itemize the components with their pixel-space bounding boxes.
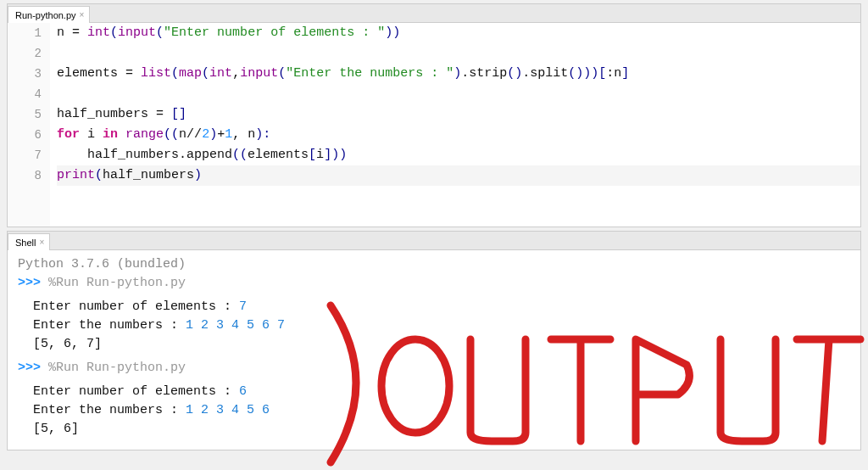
code-line[interactable] — [57, 43, 860, 64]
shell-line: [5, 6] — [18, 420, 850, 439]
line-number: 5 — [8, 104, 42, 125]
shell-line: Enter number of elements : 7 — [18, 298, 850, 316]
shell-line: [5, 6, 7] — [18, 335, 850, 354]
line-number: 8 — [8, 165, 42, 186]
code-line[interactable]: n = int(input("Enter number of elements … — [57, 23, 860, 43]
code-line[interactable]: elements = list(map(int,input("Enter the… — [57, 64, 860, 84]
close-icon[interactable]: × — [39, 238, 44, 247]
line-number: 3 — [8, 64, 42, 84]
editor-tab[interactable]: Run-python.py × — [8, 6, 90, 23]
code-area[interactable]: n = int(input("Enter number of elements … — [50, 23, 860, 227]
tab-filename: Run-python.py — [15, 10, 76, 20]
code-line[interactable]: half_numbers = [] — [57, 104, 860, 125]
shell-line: Enter the numbers : 1 2 3 4 5 6 7 — [18, 316, 850, 335]
line-number-gutter: 12345678 — [8, 23, 50, 227]
shell-line: Enter the numbers : 1 2 3 4 5 6 — [18, 401, 850, 420]
line-number: 6 — [8, 125, 42, 145]
line-number: 7 — [8, 145, 42, 165]
shell-tab[interactable]: Shell × — [8, 233, 50, 250]
code-line[interactable]: half_numbers.append((elements[i])) — [57, 145, 860, 165]
shell-panel: Shell × Python 3.7.6 (bundled)>>> %Run R… — [7, 231, 861, 450]
code-line[interactable]: print(half_numbers) — [57, 165, 860, 186]
editor-tab-bar: Run-python.py × — [8, 4, 860, 23]
editor-content[interactable]: 12345678 n = int(input("Enter number of … — [8, 23, 860, 227]
shell-line: >>> %Run Run-python.py — [18, 359, 850, 378]
shell-line: >>> %Run Run-python.py — [18, 274, 850, 293]
shell-output[interactable]: Python 3.7.6 (bundled)>>> %Run Run-pytho… — [8, 250, 860, 450]
shell-tab-bar: Shell × — [8, 232, 860, 250]
code-line[interactable] — [57, 84, 860, 104]
close-icon[interactable]: × — [80, 10, 85, 20]
editor-panel: Run-python.py × 12345678 n = int(input("… — [7, 3, 861, 227]
shell-line: Enter number of elements : 6 — [18, 383, 850, 401]
line-number: 1 — [8, 23, 42, 43]
line-number: 2 — [8, 43, 42, 64]
code-line[interactable]: for i in range((n//2)+1, n): — [57, 125, 860, 145]
line-number: 4 — [8, 84, 42, 104]
shell-line: Python 3.7.6 (bundled) — [18, 255, 850, 274]
shell-tab-label: Shell — [15, 238, 36, 248]
